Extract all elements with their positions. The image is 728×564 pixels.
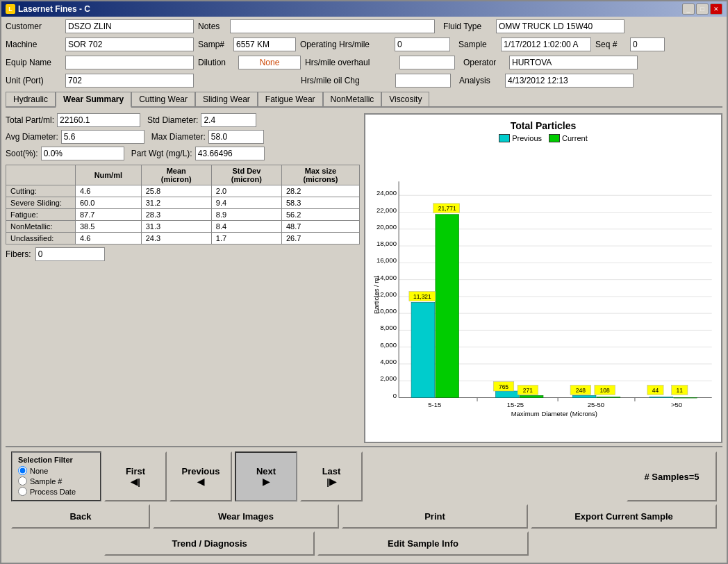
next-button[interactable]: Next ▶	[235, 451, 297, 501]
wear-images-button[interactable]: Wear Images	[153, 504, 339, 529]
bar-2550-current	[597, 397, 620, 397]
dilution-input[interactable]	[238, 56, 301, 69]
notes-input[interactable]	[230, 19, 435, 33]
operator-input[interactable]	[509, 56, 638, 69]
row-label-severe-sliding: Severe Sliding:	[6, 197, 76, 209]
print-button[interactable]: Print	[342, 504, 528, 529]
cutting-max-size: 28.2	[281, 185, 359, 197]
std-diameter-label: Std Diameter:	[147, 115, 198, 125]
fibers-label: Fibers:	[6, 249, 31, 259]
col-header-std-dev: Std Dev(micron)	[211, 165, 281, 185]
unclassified-num-ml: 4.6	[76, 233, 142, 244]
previous-button[interactable]: Previous ◀	[169, 451, 232, 501]
part-wgt-input[interactable]	[195, 147, 265, 160]
y-label-24000: 24,000	[377, 189, 397, 197]
minimize-button[interactable]: _	[682, 3, 695, 15]
fatigue-std-dev: 8.9	[211, 209, 281, 221]
soot-label: Soot(%):	[6, 149, 38, 158]
legend-current-label: Current	[562, 134, 588, 142]
seq-input[interactable]	[630, 38, 665, 51]
first-button[interactable]: First ◀|	[104, 451, 167, 501]
radio-none-label: None	[30, 467, 48, 475]
col-header-0	[6, 165, 76, 185]
radio-sample-input[interactable]	[18, 476, 27, 486]
trend-button[interactable]: Trend / Diagnosis	[104, 531, 315, 556]
x-label-50plus: >50	[671, 401, 682, 408]
back-button[interactable]: Back	[11, 504, 150, 529]
fatigue-mean: 28.3	[141, 209, 211, 221]
tab-hydraulic[interactable]: Hydraulic	[6, 92, 56, 106]
severe-sliding-max-size: 58.3	[281, 197, 359, 209]
row-label-cutting: Cutting:	[6, 185, 76, 197]
edit-sample-button[interactable]: Edit Sample Info	[317, 531, 528, 556]
export-button[interactable]: Export Current Sample	[531, 504, 717, 529]
severe-sliding-std-dev: 9.4	[211, 197, 281, 209]
col-header-mean: Mean(micron)	[141, 165, 211, 185]
samp-input[interactable]	[233, 38, 296, 51]
y-label-18000: 18,000	[377, 240, 397, 247]
chart-title: Total Particles	[371, 120, 715, 131]
analysis-input[interactable]	[505, 74, 634, 88]
fibers-input[interactable]	[35, 247, 105, 261]
app-icon: L	[6, 4, 15, 14]
bottom-row3: Trend / Diagnosis Edit Sample Info	[11, 531, 717, 556]
unclassified-mean: 24.3	[141, 233, 211, 244]
fatigue-num-ml: 87.7	[76, 209, 142, 221]
fluid-type-input[interactable]	[496, 19, 624, 33]
avg-diameter-input[interactable]	[61, 130, 144, 144]
machine-input[interactable]	[65, 38, 194, 51]
y-label-20000: 20,000	[377, 223, 397, 231]
previous-icon: ◀	[197, 476, 204, 487]
title-bar: L Lasernet Fines - C _ □ ✕	[1, 1, 727, 17]
bar-2550-previous-label: 248	[576, 387, 586, 394]
last-button[interactable]: Last |▶	[300, 451, 363, 501]
title-bar-buttons: _ □ ✕	[682, 3, 722, 15]
equip-label: Equip Name	[6, 58, 61, 67]
radio-none-input[interactable]	[18, 466, 27, 475]
header-row4: Unit (Port) Hrs/mile oil Chg Analysis	[6, 74, 722, 88]
unit-input[interactable]	[65, 74, 194, 88]
header-row3: Equip Name Dilution Hrs/mile overhaul Op…	[6, 56, 722, 69]
equip-input[interactable]	[65, 56, 194, 69]
non-metallic-max-size: 48.7	[281, 221, 359, 233]
fatigue-max-size: 56.2	[281, 209, 359, 221]
tab-viscosity[interactable]: Viscosity	[381, 92, 429, 106]
bar-1525-current-label: 271	[523, 387, 533, 394]
tab-wear-summary[interactable]: Wear Summary	[56, 92, 131, 108]
max-diameter-label: Max Diameter:	[151, 132, 206, 142]
max-diameter-input[interactable]	[208, 130, 264, 144]
y-label-22000: 22,000	[377, 206, 397, 214]
tab-cutting-wear[interactable]: Cutting Wear	[131, 92, 195, 106]
total-part-input[interactable]	[57, 113, 140, 127]
hrs-oil-input[interactable]	[395, 74, 451, 88]
bottom-row2: Back Wear Images Print Export Current Sa…	[11, 504, 717, 529]
data-table: Num/ml Mean(micron) Std Dev(micron) Max …	[6, 165, 360, 244]
hrs-overhaul-input[interactable]	[399, 56, 455, 69]
first-label: First	[126, 466, 145, 476]
soot-input[interactable]	[41, 147, 124, 160]
tab-sliding-wear[interactable]: Sliding Wear	[195, 92, 258, 106]
bottom-row1: Selection Filter None Sample # Process D…	[11, 451, 717, 501]
maximize-button[interactable]: □	[696, 3, 709, 15]
chart-legend: Previous Current	[371, 134, 715, 142]
chart-panel: Total Particles Previous Current 0	[364, 113, 722, 443]
table-row: Severe Sliding: 60.0 31.2 9.4 58.3	[6, 197, 360, 209]
bar-50plus-previous-label: 44	[652, 387, 659, 394]
chart-svg: 0 2,000 4,000 6,000 8,000 10,000 12,000 …	[371, 147, 715, 436]
unit-label: Unit (Port)	[6, 76, 61, 85]
analysis-label: Analysis	[459, 76, 501, 85]
col-header-max-size: Max size(microns)	[281, 165, 359, 185]
close-button[interactable]: ✕	[710, 3, 722, 15]
stats-row2: Avg Diameter: Max Diameter:	[6, 130, 360, 144]
spacer3	[531, 531, 717, 556]
tab-non-metallic[interactable]: NonMetallic	[323, 92, 382, 106]
op-hrs-input[interactable]	[395, 38, 450, 51]
legend-previous-label: Previous	[512, 134, 542, 142]
next-label: Next	[256, 466, 276, 476]
tab-fatigue-wear[interactable]: Fatigue Wear	[258, 92, 323, 106]
std-diameter-input[interactable]	[201, 113, 256, 127]
legend-previous-color	[499, 134, 510, 142]
customer-input[interactable]	[65, 19, 194, 33]
sample-input[interactable]	[501, 38, 591, 51]
radio-process-date-input[interactable]	[18, 487, 27, 496]
